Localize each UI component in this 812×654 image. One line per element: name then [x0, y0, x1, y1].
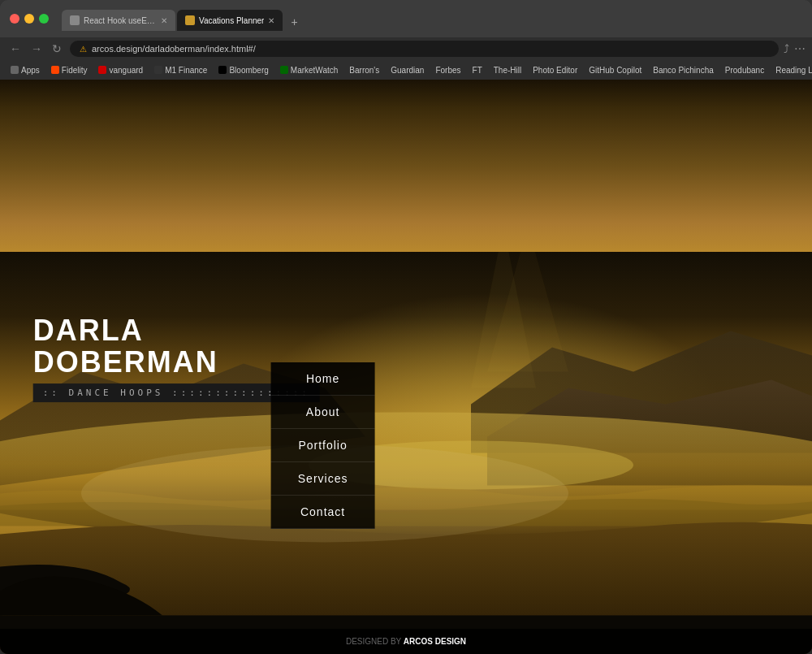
bookmark-label: Photo Editor [533, 66, 577, 75]
website-footer: DESIGNED BY ARCOS DESIGN [0, 629, 812, 654]
tab-react[interactable]: React Hook useEffect has mi... ✕ [62, 10, 175, 31]
address-bar-row: ← → ↻ ⚠ arcos.design/darladoberman/index… [0, 37, 812, 60]
url-text: arcos.design/darladoberman/index.html#/ [92, 44, 256, 54]
address-bar[interactable]: ⚠ arcos.design/darladoberman/index.html#… [70, 41, 779, 57]
bookmark-label: Banco Pichincha [653, 66, 714, 75]
reload-button[interactable]: ↻ [49, 41, 65, 57]
bookmark-label: Apps [21, 66, 40, 75]
tab-title-active: Vacations Planner [199, 16, 264, 25]
tab-favicon [70, 15, 80, 25]
hero-name-line2: DOBERMAN [33, 345, 218, 379]
back-button[interactable]: ← [6, 41, 24, 57]
bookmark-label: GitHub Copilot [589, 66, 641, 75]
window-buttons [10, 14, 49, 24]
tabs-bar: React Hook useEffect has mi... ✕ Vacatio… [55, 6, 311, 31]
browser-chrome: React Hook useEffect has mi... ✕ Vacatio… [0, 0, 812, 80]
maximize-button[interactable] [39, 14, 49, 24]
nav-buttons: ← → ↻ [6, 41, 65, 57]
browser-actions: ⤴ ⋯ [784, 42, 806, 55]
bookmark-label: Bloomberg [229, 66, 268, 75]
bookmark-favicon [280, 66, 288, 74]
bookmark-label: Fidelity [62, 66, 88, 75]
bookmark-guardian[interactable]: Guardian [387, 65, 428, 76]
tab-close-icon[interactable]: ✕ [161, 16, 167, 25]
website-content: DARLA DOBERMAN :: DANCE HOOPS ::::::::::… [0, 80, 812, 654]
hero-name-line1: DARLA [33, 314, 144, 347]
bookmark-fidelity[interactable]: Fidelity [47, 65, 92, 76]
tab-vacations[interactable]: Vacations Planner ✕ [177, 10, 283, 31]
minimize-button[interactable] [24, 14, 34, 24]
footer-text: DESIGNED BY [346, 637, 401, 646]
settings-icon[interactable]: ⋯ [794, 42, 806, 55]
footer-brand: ARCOS DESIGN [404, 637, 466, 646]
nav-item-portfolio[interactable]: Portfolio [271, 429, 375, 462]
nav-item-contact[interactable]: Contact [271, 496, 375, 529]
bookmark-favicon [51, 66, 59, 74]
bookmark-reading-list[interactable]: Reading List [771, 65, 812, 76]
bookmark-label: vanguard [109, 66, 143, 75]
bookmark-label: Guardian [391, 66, 424, 75]
bookmark-favicon [154, 66, 162, 74]
security-icon: ⚠ [80, 45, 87, 54]
bookmark-photoeditor[interactable]: Photo Editor [529, 65, 581, 76]
bookmark-github[interactable]: GitHub Copilot [585, 65, 646, 76]
bookmark-produb[interactable]: Produbanc [721, 65, 768, 76]
share-icon[interactable]: ⤴ [784, 42, 789, 55]
nav-item-about[interactable]: About [271, 396, 375, 429]
bookmark-label: Reading List [775, 66, 812, 75]
bookmark-ft[interactable]: FT [469, 65, 486, 76]
bookmark-label: Produbanc [725, 66, 764, 75]
bookmark-forbes[interactable]: Forbes [431, 65, 464, 76]
bookmark-barrons[interactable]: Barron's [345, 65, 383, 76]
bookmark-thehill[interactable]: The-Hill [490, 65, 525, 76]
bookmark-label: M1 Finance [165, 66, 207, 75]
bookmark-m1[interactable]: M1 Finance [150, 65, 211, 76]
bookmark-label: MarketWatch [291, 66, 339, 75]
navigation-menu: Home About Portfolio Services Contact [271, 362, 375, 529]
bookmark-label: Forbes [435, 66, 460, 75]
bookmark-favicon [98, 66, 106, 74]
landscape-scene [0, 252, 812, 654]
bookmark-favicon [218, 66, 227, 74]
tab-favicon-active [185, 15, 195, 25]
browser-window: React Hook useEffect has mi... ✕ Vacatio… [0, 0, 812, 654]
bookmark-vanguard[interactable]: vanguard [94, 65, 147, 76]
title-bar: React Hook useEffect has mi... ✕ Vacatio… [0, 0, 812, 37]
nav-label-about: About [306, 405, 340, 418]
new-tab-button[interactable]: + [284, 13, 304, 31]
bookmark-favicon [11, 66, 19, 74]
nav-label-home: Home [306, 372, 339, 385]
nav-item-home[interactable]: Home [271, 362, 375, 396]
bookmark-label: Barron's [349, 66, 379, 75]
bookmarks-bar: Apps Fidelity vanguard M1 Finance Bloomb… [0, 60, 812, 80]
tab-close-active-icon[interactable]: ✕ [268, 16, 274, 25]
tab-title: React Hook useEffect has mi... [84, 16, 157, 25]
nav-label-contact: Contact [300, 505, 345, 518]
nav-label-portfolio: Portfolio [298, 439, 347, 452]
bookmark-banco[interactable]: Banco Pichincha [649, 65, 718, 76]
bookmark-apps[interactable]: Apps [6, 65, 44, 76]
bookmark-bloomberg[interactable]: Bloomberg [214, 65, 272, 76]
nav-item-services[interactable]: Services [271, 462, 375, 496]
bookmark-marketwatch[interactable]: MarketWatch [276, 65, 343, 76]
bookmark-label: The-Hill [494, 66, 521, 75]
bookmark-label: FT [473, 66, 482, 75]
close-button[interactable] [10, 14, 19, 24]
nav-label-services: Services [298, 472, 348, 485]
forward-button[interactable]: → [28, 41, 45, 57]
